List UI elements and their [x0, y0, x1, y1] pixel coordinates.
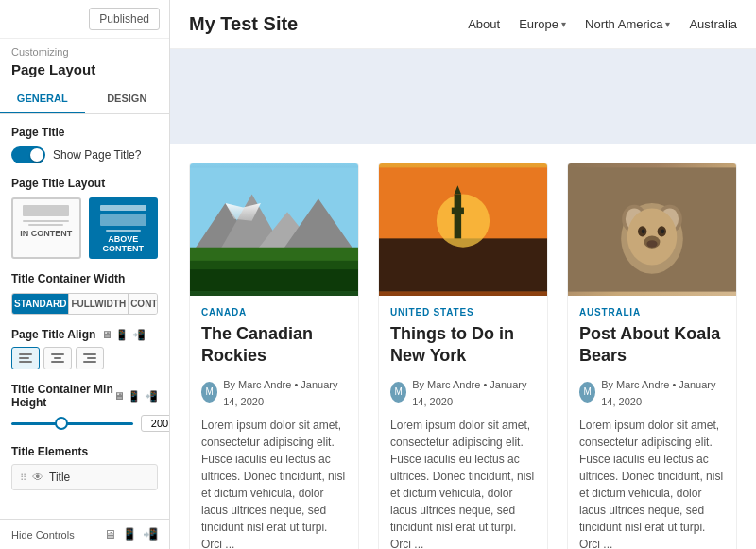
post-excerpt: Lorem ipsum dolor sit amet, consectetur … — [201, 417, 347, 549]
title-elements-label: Title Elements — [11, 445, 158, 458]
in-content-label: IN CONTENT — [17, 229, 76, 238]
svg-point-27 — [646, 240, 657, 247]
avatar: M — [579, 382, 595, 403]
nav-australia[interactable]: Australia — [689, 17, 737, 31]
post-category: CANADA — [201, 307, 347, 317]
post-card: UNITED STATESThings to Do in New YorkMBy… — [378, 163, 548, 549]
post-image — [379, 163, 547, 296]
chevron-down-icon: ▾ — [561, 19, 566, 29]
post-excerpt: Lorem ipsum dolor sit amet, consectetur … — [390, 417, 536, 549]
min-height-section-label: Title Container Min Height 🖥 📱 📲 — [11, 383, 158, 409]
desktop-icon[interactable]: 🖥 — [101, 329, 112, 341]
width-options: STANDARD FULLWIDTH CONTAINED — [11, 293, 158, 315]
site-preview: My Test Site About Europe ▾ North Americ… — [170, 0, 756, 549]
published-button[interactable]: Published — [89, 8, 160, 30]
tablet-icon-2[interactable]: 📱 — [128, 390, 141, 403]
post-author: By Marc Andre • — [223, 379, 301, 390]
min-height-slider-row: 200 px — [11, 415, 158, 432]
layout-in-content[interactable]: IN CONTENT — [11, 197, 81, 259]
svg-rect-7 — [190, 269, 358, 291]
post-author: By Marc Andre • — [412, 379, 490, 390]
page-title-section-label: Page Title — [11, 126, 158, 139]
post-excerpt: Lorem ipsum dolor sit amet, consectetur … — [579, 417, 725, 549]
post-card: AUSTRALIAPost About Koala BearsMBy Marc … — [567, 163, 737, 549]
drag-handle-icon: ⠿ — [20, 472, 26, 483]
eye-icon[interactable]: 👁 — [32, 471, 43, 484]
avatar: M — [390, 382, 406, 403]
svg-rect-13 — [452, 208, 464, 214]
align-right[interactable] — [76, 347, 104, 369]
nav-about[interactable]: About — [468, 17, 500, 31]
panel-topbar: Published — [0, 0, 169, 39]
post-title[interactable]: Post About Koala Bears — [579, 323, 725, 368]
post-meta: MBy Marc Andre • January 14, 2020 — [201, 375, 347, 409]
min-height-input[interactable]: 200 — [141, 415, 169, 432]
footer-icons: 🖥 📱 📲 — [104, 527, 158, 541]
min-height-slider[interactable] — [11, 422, 133, 425]
above-content-label: ABOVE CONTENT — [94, 234, 153, 253]
panel-footer: Hide Controls 🖥 📱 📲 — [0, 519, 169, 549]
post-image — [190, 163, 358, 296]
desktop-icon-2[interactable]: 🖥 — [113, 390, 124, 403]
post-title[interactable]: Things to Do in New York — [390, 323, 536, 368]
svg-point-25 — [661, 230, 664, 234]
tablet-footer-icon[interactable]: 📱 — [122, 527, 137, 541]
site-header: My Test Site About Europe ▾ North Americ… — [170, 0, 756, 49]
panel-body: Page Title Show Page Title? Page Title L… — [0, 114, 169, 519]
post-title[interactable]: The Canadian Rockies — [201, 323, 347, 368]
page-title-layout-label: Page Title Layout — [11, 177, 158, 190]
nav-north-america[interactable]: North America ▾ — [585, 17, 670, 31]
desktop-footer-icon[interactable]: 🖥 — [104, 527, 116, 541]
panel-tabs: GENERAL DESIGN — [0, 85, 169, 114]
posts-grid: CANADAThe Canadian RockiesMBy Marc Andre… — [170, 144, 756, 549]
width-fullwidth[interactable]: FULLWIDTH — [69, 294, 129, 314]
title-container-width-label: Title Container Width — [11, 272, 158, 285]
svg-point-24 — [642, 230, 645, 234]
post-author: By Marc Andre • — [601, 379, 679, 390]
post-meta: MBy Marc Andre • January 14, 2020 — [579, 375, 725, 409]
device-icons: 🖥 📱 📲 — [101, 329, 146, 341]
align-options — [11, 347, 158, 369]
site-title: My Test Site — [189, 13, 468, 35]
chevron-down-icon-2: ▾ — [665, 19, 670, 29]
show-page-title-label: Show Page Title? — [53, 148, 141, 162]
post-category: UNITED STATES — [390, 307, 536, 317]
site-nav: About Europe ▾ North America ▾ Australia — [468, 17, 737, 31]
tablet-icon[interactable]: 📱 — [115, 329, 129, 341]
align-center[interactable] — [43, 347, 72, 369]
tab-design[interactable]: DESIGN — [85, 85, 170, 113]
post-card: CANADAThe Canadian RockiesMBy Marc Andre… — [189, 163, 359, 549]
mobile-icon[interactable]: 📲 — [132, 329, 146, 341]
mobile-icon-2[interactable]: 📲 — [145, 390, 158, 403]
tab-general[interactable]: GENERAL — [0, 85, 85, 113]
align-left[interactable] — [11, 347, 40, 369]
show-page-title-toggle[interactable] — [11, 146, 45, 163]
post-category: AUSTRALIA — [579, 307, 725, 317]
post-image — [568, 163, 736, 296]
svg-point-11 — [437, 195, 490, 248]
nav-europe[interactable]: Europe ▾ — [519, 17, 566, 31]
customizer-panel: Published Customizing Page Layout GENERA… — [0, 0, 170, 549]
svg-rect-12 — [455, 195, 461, 239]
mobile-footer-icon[interactable]: 📲 — [143, 527, 158, 541]
title-element-row[interactable]: ⠿ 👁 Title — [11, 464, 158, 490]
page-layout-title: Page Layout — [0, 60, 169, 85]
width-standard[interactable]: STANDARD — [12, 294, 69, 314]
hide-controls-label[interactable]: Hide Controls — [11, 529, 75, 540]
title-element-label: Title — [49, 471, 149, 484]
customizing-label: Customizing — [0, 39, 169, 60]
hero-banner — [170, 49, 756, 144]
show-page-title-row: Show Page Title? — [11, 146, 158, 163]
layout-above-content[interactable]: ABOVE CONTENT — [89, 197, 159, 259]
width-contained[interactable]: CONTAINED — [129, 294, 158, 314]
post-meta: MBy Marc Andre • January 14, 2020 — [390, 375, 536, 409]
device-icons-2: 🖥 📱 📲 — [113, 390, 158, 403]
page-title-align-label: Page Title Align 🖥 📱 📲 — [11, 328, 158, 341]
avatar: M — [201, 382, 217, 403]
layout-options: IN CONTENT ABOVE CONTENT — [11, 197, 158, 259]
